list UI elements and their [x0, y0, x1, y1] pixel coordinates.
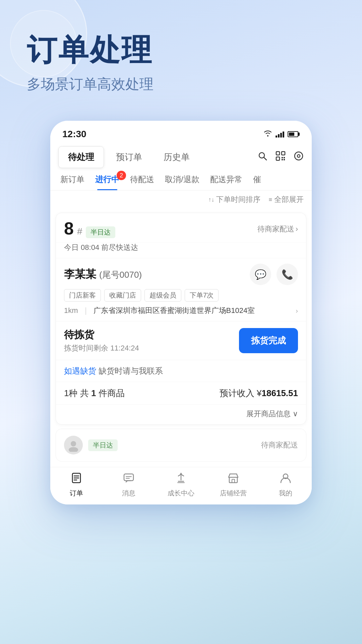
order-hash: # — [77, 226, 82, 237]
settings-icon[interactable] — [294, 151, 304, 163]
second-card-status: 待商家配送 — [261, 440, 298, 450]
delivery-status[interactable]: 待商家配送 › — [257, 224, 298, 234]
svg-line-1 — [264, 157, 266, 160]
page-subtitle: 多场景订单高效处理 — [27, 75, 335, 94]
customer-tags: 门店新客 收藏门店 超级会员 下单7次 — [64, 289, 298, 302]
sub-tabs: 新订单 进行中 2 待配送 取消/退款 配送异常 催 — [50, 168, 312, 191]
preview-avatar — [64, 436, 83, 454]
order-summary: 1种 共 1 件商品 预计收入 ¥18615.51 — [56, 382, 306, 405]
nav-item-message[interactable]: 消息 — [103, 472, 155, 498]
tag-super-member: 超级会员 — [144, 289, 181, 302]
phone-icon: 📞 — [282, 269, 293, 280]
customer-address[interactable]: 1km ｜ 广东省深圳市福田区香蜜湖街道世界广场B1024室 › — [64, 306, 298, 316]
sort-icon: ↑↓ — [208, 196, 214, 203]
customer-id: (尾号0070) — [99, 270, 142, 280]
subtab-cancel-refund[interactable]: 取消/退款 — [160, 168, 204, 190]
item-count: 1种 共 1 件商品 — [64, 387, 125, 399]
customer-section: 李某某 (尾号0070) 💬 📞 门店新客 收藏门店 超级会员 下单7次 — [56, 258, 306, 321]
status-time: 12:30 — [62, 129, 86, 140]
svg-rect-7 — [282, 159, 283, 160]
customer-actions: 💬 📞 — [250, 264, 298, 285]
picking-complete-button[interactable]: 拣货完成 — [239, 328, 298, 353]
tag-new-customer: 门店新客 — [64, 289, 101, 302]
store-nav-icon — [227, 472, 239, 487]
order-card: 8 # 半日达 待商家配送 › 今日 08:04 前尽快送达 李某某 (尾号00… — [56, 213, 306, 425]
growth-nav-icon — [175, 472, 187, 487]
customer-name: 李某某 (尾号0070) — [64, 267, 142, 282]
address-arrow-icon: › — [296, 307, 298, 315]
bottom-nav: 订单 消息 — [50, 467, 312, 504]
svg-rect-2 — [276, 152, 280, 155]
nav-item-growth[interactable]: 成长中心 — [155, 472, 207, 498]
nav-label-message: 消息 — [122, 489, 135, 498]
profile-nav-icon — [280, 472, 292, 487]
nav-label-order: 订单 — [70, 489, 83, 498]
delivery-type-badge: 半日达 — [86, 226, 115, 238]
svg-rect-17 — [124, 474, 133, 481]
card-header: 8 # 半日达 待商家配送 › — [56, 213, 306, 243]
svg-point-10 — [297, 155, 300, 157]
sort-bar: ↑↓ 下单时间排序 ≡ 全部展开 — [50, 191, 312, 209]
tab-history[interactable]: 历史单 — [154, 147, 199, 168]
svg-rect-20 — [229, 477, 237, 483]
svg-rect-4 — [276, 157, 280, 160]
svg-rect-5 — [282, 157, 283, 158]
top-tabs: 待处理 预订单 历史单 — [50, 144, 312, 168]
nav-label-growth: 成长中心 — [168, 489, 194, 498]
nav-item-store[interactable]: 店铺经营 — [207, 472, 259, 498]
tab-reservation[interactable]: 预订单 — [107, 147, 152, 168]
svg-rect-3 — [282, 152, 285, 155]
expand-product-info[interactable]: 展开商品信息 ∨ — [246, 409, 298, 419]
in-progress-badge: 2 — [117, 171, 126, 180]
nav-item-profile[interactable]: 我的 — [259, 472, 312, 498]
shortage-link[interactable]: 如遇缺货 — [64, 366, 96, 375]
nav-label-store: 店铺经营 — [220, 489, 247, 498]
chevron-right-icon: › — [296, 225, 298, 233]
svg-point-11 — [71, 441, 76, 446]
address-text: 广东省深圳市福田区香蜜湖街道世界广场B1024室 — [94, 306, 292, 316]
signal-icon — [276, 131, 284, 138]
svg-rect-6 — [284, 157, 285, 158]
sort-by-time[interactable]: ↑↓ 下单时间排序 — [208, 195, 260, 205]
tag-favorite-store: 收藏门店 — [104, 289, 141, 302]
order-number-section: 8 # 半日达 — [64, 220, 115, 238]
picking-timer: 拣货时间剩余 11:24:24 — [64, 343, 139, 353]
tag-order-count: 下单7次 — [185, 289, 219, 302]
order-amount: 预计收入 ¥18615.51 — [220, 387, 298, 399]
subtab-delivery-exception[interactable]: 配送异常 — [205, 168, 247, 190]
phone-mockup: 12:30 — [50, 121, 312, 504]
second-card-preview: 半日达 待商家配送 — [56, 429, 306, 462]
subtab-urge[interactable]: 催 — [248, 168, 266, 190]
scan-icon[interactable] — [276, 151, 286, 163]
chevron-down-icon: ∨ — [293, 410, 298, 418]
message-icon: 💬 — [255, 269, 266, 280]
second-card-badge: 半日达 — [88, 439, 118, 451]
subtab-new-order[interactable]: 新订单 — [56, 168, 89, 190]
message-button[interactable]: 💬 — [250, 264, 271, 285]
svg-rect-21 — [232, 479, 235, 483]
search-icon[interactable] — [257, 151, 267, 163]
wifi-icon — [263, 130, 272, 139]
expand-all[interactable]: ≡ 全部展开 — [268, 195, 304, 205]
page-title: 订单处理 — [27, 34, 335, 67]
shortage-notice: 如遇缺货 缺货时请与我联系 — [56, 360, 306, 382]
nav-label-profile: 我的 — [279, 489, 292, 498]
message-nav-icon — [123, 472, 135, 487]
expand-icon: ≡ — [268, 196, 272, 203]
call-button[interactable]: 📞 — [277, 264, 298, 285]
toolbar-icons — [257, 151, 304, 163]
battery-icon — [288, 131, 300, 137]
svg-point-12 — [69, 447, 78, 452]
status-icons — [263, 130, 300, 139]
picking-title: 待拣货 — [64, 328, 139, 342]
order-nav-icon — [70, 472, 82, 487]
delivery-time: 今日 08:04 前尽快送达 — [56, 243, 306, 258]
tab-pending[interactable]: 待处理 — [58, 146, 104, 168]
picking-section: 待拣货 拣货时间剩余 11:24:24 拣货完成 — [56, 321, 306, 360]
status-bar: 12:30 — [50, 121, 312, 144]
svg-point-9 — [295, 152, 303, 160]
distance: 1km — [64, 306, 78, 315]
subtab-pending-delivery[interactable]: 待配送 — [125, 168, 159, 190]
nav-item-order[interactable]: 订单 — [50, 472, 103, 498]
order-number: 8 — [64, 220, 74, 237]
